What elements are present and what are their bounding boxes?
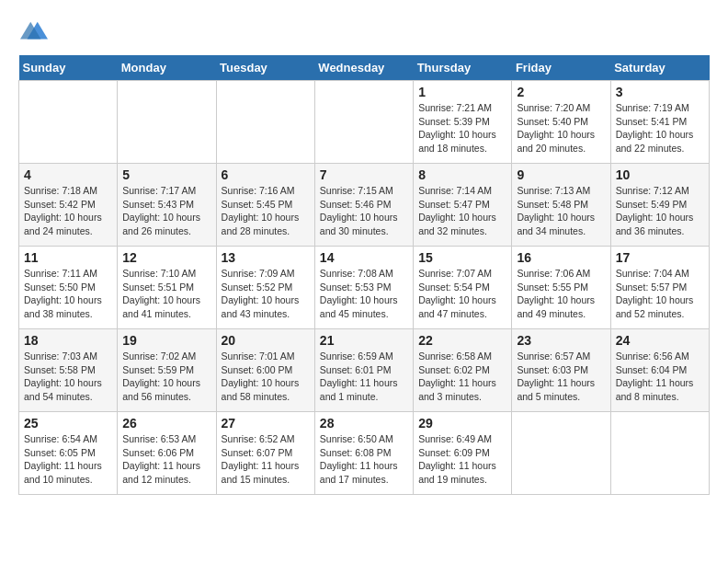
- day-number: 8: [418, 167, 506, 182]
- weekday-friday: Friday: [512, 55, 610, 81]
- weekday-thursday: Thursday: [414, 55, 512, 81]
- week-row-3: 18Sunrise: 7:03 AM Sunset: 5:58 PM Dayli…: [19, 329, 710, 412]
- calendar-cell: 7Sunrise: 7:15 AM Sunset: 5:46 PM Daylig…: [314, 164, 413, 247]
- day-info: Sunrise: 7:07 AM Sunset: 5:54 PM Dayligh…: [418, 267, 506, 321]
- day-number: 22: [418, 333, 506, 348]
- day-info: Sunrise: 7:08 AM Sunset: 5:53 PM Dayligh…: [320, 267, 408, 321]
- day-number: 29: [418, 416, 506, 431]
- calendar-cell: 4Sunrise: 7:18 AM Sunset: 5:42 PM Daylig…: [19, 164, 118, 247]
- calendar-cell: 29Sunrise: 6:49 AM Sunset: 6:09 PM Dayli…: [414, 412, 512, 495]
- day-info: Sunrise: 7:03 AM Sunset: 5:58 PM Dayligh…: [24, 350, 112, 404]
- calendar-cell: 8Sunrise: 7:14 AM Sunset: 5:47 PM Daylig…: [414, 164, 512, 247]
- day-info: Sunrise: 6:56 AM Sunset: 6:04 PM Dayligh…: [616, 350, 704, 404]
- day-info: Sunrise: 6:49 AM Sunset: 6:09 PM Dayligh…: [418, 432, 506, 487]
- calendar-cell: 26Sunrise: 6:53 AM Sunset: 6:06 PM Dayli…: [118, 412, 216, 495]
- day-number: 4: [24, 167, 112, 182]
- day-number: 27: [222, 416, 310, 431]
- day-number: 5: [122, 167, 210, 182]
- calendar-cell: 13Sunrise: 7:09 AM Sunset: 5:52 PM Dayli…: [216, 247, 314, 329]
- day-info: Sunrise: 7:18 AM Sunset: 5:42 PM Dayligh…: [24, 184, 112, 238]
- day-number: 7: [320, 167, 408, 182]
- day-info: Sunrise: 7:17 AM Sunset: 5:43 PM Dayligh…: [122, 184, 210, 238]
- day-number: 18: [24, 333, 112, 348]
- day-info: Sunrise: 7:14 AM Sunset: 5:47 PM Dayligh…: [418, 184, 506, 238]
- calendar-cell: [216, 81, 314, 164]
- day-info: Sunrise: 7:12 AM Sunset: 5:49 PM Dayligh…: [616, 184, 704, 238]
- calendar-table: SundayMondayTuesdayWednesdayThursdayFrid…: [18, 55, 710, 495]
- day-number: 19: [122, 333, 210, 348]
- day-number: 16: [517, 250, 605, 265]
- week-row-4: 25Sunrise: 6:54 AM Sunset: 6:05 PM Dayli…: [19, 412, 710, 495]
- calendar-cell: 6Sunrise: 7:16 AM Sunset: 5:45 PM Daylig…: [216, 164, 314, 247]
- day-number: 12: [122, 250, 210, 265]
- week-row-0: 1Sunrise: 7:21 AM Sunset: 5:39 PM Daylig…: [19, 81, 710, 164]
- day-number: 20: [222, 333, 310, 348]
- day-number: 13: [222, 250, 310, 265]
- day-number: 1: [418, 85, 506, 99]
- day-info: Sunrise: 7:21 AM Sunset: 5:39 PM Dayligh…: [418, 101, 506, 155]
- calendar-cell: 2Sunrise: 7:20 AM Sunset: 5:40 PM Daylig…: [512, 81, 610, 164]
- calendar-cell: [610, 412, 709, 495]
- week-row-2: 11Sunrise: 7:11 AM Sunset: 5:50 PM Dayli…: [19, 247, 710, 329]
- day-number: 28: [320, 416, 408, 431]
- calendar-cell: 21Sunrise: 6:59 AM Sunset: 6:01 PM Dayli…: [314, 329, 413, 412]
- weekday-saturday: Saturday: [610, 55, 709, 81]
- day-number: 2: [517, 85, 605, 99]
- weekday-header-row: SundayMondayTuesdayWednesdayThursdayFrid…: [19, 55, 710, 81]
- day-info: Sunrise: 7:11 AM Sunset: 5:50 PM Dayligh…: [24, 267, 112, 321]
- day-info: Sunrise: 6:50 AM Sunset: 6:08 PM Dayligh…: [320, 432, 408, 487]
- calendar-cell: 3Sunrise: 7:19 AM Sunset: 5:41 PM Daylig…: [610, 81, 709, 164]
- calendar-cell: 15Sunrise: 7:07 AM Sunset: 5:54 PM Dayli…: [414, 247, 512, 329]
- calendar-cell: 16Sunrise: 7:06 AM Sunset: 5:55 PM Dayli…: [512, 247, 610, 329]
- calendar-cell: [19, 81, 118, 164]
- day-number: 25: [24, 416, 112, 431]
- day-number: 14: [320, 250, 408, 265]
- calendar-cell: 27Sunrise: 6:52 AM Sunset: 6:07 PM Dayli…: [216, 412, 314, 495]
- weekday-monday: Monday: [118, 55, 216, 81]
- day-info: Sunrise: 7:06 AM Sunset: 5:55 PM Dayligh…: [517, 267, 605, 321]
- day-number: 10: [616, 167, 704, 182]
- day-info: Sunrise: 6:52 AM Sunset: 6:07 PM Dayligh…: [222, 432, 310, 487]
- calendar-cell: 22Sunrise: 6:58 AM Sunset: 6:02 PM Dayli…: [414, 329, 512, 412]
- day-number: 6: [222, 167, 310, 182]
- calendar-cell: 17Sunrise: 7:04 AM Sunset: 5:57 PM Dayli…: [610, 247, 709, 329]
- calendar-cell: 12Sunrise: 7:10 AM Sunset: 5:51 PM Dayli…: [118, 247, 216, 329]
- day-info: Sunrise: 6:57 AM Sunset: 6:03 PM Dayligh…: [517, 350, 605, 404]
- day-info: Sunrise: 7:01 AM Sunset: 6:00 PM Dayligh…: [222, 350, 310, 404]
- day-info: Sunrise: 7:15 AM Sunset: 5:46 PM Dayligh…: [320, 184, 408, 238]
- calendar-cell: 18Sunrise: 7:03 AM Sunset: 5:58 PM Dayli…: [19, 329, 118, 412]
- day-number: 9: [517, 167, 605, 182]
- calendar-cell: 20Sunrise: 7:01 AM Sunset: 6:00 PM Dayli…: [216, 329, 314, 412]
- day-info: Sunrise: 7:16 AM Sunset: 5:45 PM Dayligh…: [222, 184, 310, 238]
- calendar-cell: 10Sunrise: 7:12 AM Sunset: 5:49 PM Dayli…: [610, 164, 709, 247]
- calendar-cell: 11Sunrise: 7:11 AM Sunset: 5:50 PM Dayli…: [19, 247, 118, 329]
- calendar-cell: [512, 412, 610, 495]
- calendar-cell: 23Sunrise: 6:57 AM Sunset: 6:03 PM Dayli…: [512, 329, 610, 412]
- header: [18, 18, 710, 46]
- calendar-cell: 19Sunrise: 7:02 AM Sunset: 5:59 PM Dayli…: [118, 329, 216, 412]
- calendar-cell: [118, 81, 216, 164]
- day-number: 23: [517, 333, 605, 348]
- day-number: 26: [122, 416, 210, 431]
- day-info: Sunrise: 7:04 AM Sunset: 5:57 PM Dayligh…: [616, 267, 704, 321]
- day-info: Sunrise: 6:59 AM Sunset: 6:01 PM Dayligh…: [320, 350, 408, 404]
- calendar-cell: 25Sunrise: 6:54 AM Sunset: 6:05 PM Dayli…: [19, 412, 118, 495]
- calendar-cell: 5Sunrise: 7:17 AM Sunset: 5:43 PM Daylig…: [118, 164, 216, 247]
- day-number: 3: [616, 85, 704, 99]
- day-number: 15: [418, 250, 506, 265]
- calendar-cell: [314, 81, 413, 164]
- day-number: 17: [616, 250, 704, 265]
- calendar-cell: 14Sunrise: 7:08 AM Sunset: 5:53 PM Dayli…: [314, 247, 413, 329]
- day-info: Sunrise: 7:09 AM Sunset: 5:52 PM Dayligh…: [222, 267, 310, 321]
- day-info: Sunrise: 6:58 AM Sunset: 6:02 PM Dayligh…: [418, 350, 506, 404]
- day-info: Sunrise: 6:54 AM Sunset: 6:05 PM Dayligh…: [24, 432, 112, 487]
- calendar-cell: 1Sunrise: 7:21 AM Sunset: 5:39 PM Daylig…: [414, 81, 512, 164]
- logo: [18, 18, 48, 46]
- weekday-sunday: Sunday: [19, 55, 118, 81]
- logo-icon: [20, 18, 48, 46]
- day-number: 24: [616, 333, 704, 348]
- day-info: Sunrise: 7:10 AM Sunset: 5:51 PM Dayligh…: [122, 267, 210, 321]
- calendar-cell: 9Sunrise: 7:13 AM Sunset: 5:48 PM Daylig…: [512, 164, 610, 247]
- day-number: 11: [24, 250, 112, 265]
- day-info: Sunrise: 7:13 AM Sunset: 5:48 PM Dayligh…: [517, 184, 605, 238]
